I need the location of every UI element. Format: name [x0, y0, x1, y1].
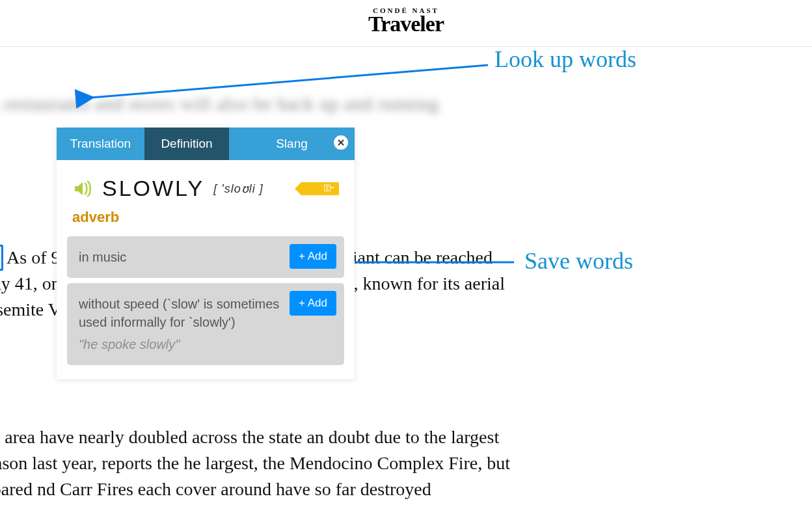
- add-button[interactable]: + Add: [290, 291, 336, 316]
- tab-definition[interactable]: Definition: [144, 128, 229, 160]
- popup-tabs: Translation Definition Slang: [57, 128, 355, 160]
- close-icon[interactable]: [334, 135, 348, 150]
- definition-item: without speed (`slow' is sometimes used …: [67, 283, 344, 365]
- annotation-arrow-lookup: [85, 62, 501, 107]
- svg-line-2: [91, 65, 488, 98]
- article-text: astating the area have nearly doubled ac…: [0, 427, 515, 518]
- pronunciation: [ 'sloʊli ]: [213, 182, 263, 196]
- popup-body: in music + Add without speed (`slow' is …: [57, 236, 355, 379]
- add-button[interactable]: + Add: [290, 244, 336, 269]
- part-of-speech: adverb: [57, 209, 355, 231]
- definition-popup: Translation Definition Slang SLOWLY [ 's…: [57, 128, 355, 379]
- article-para-2: astating the area have nearly doubled ac…: [0, 424, 515, 518]
- headword: SLOWLY: [102, 176, 204, 201]
- definition-text: in music: [79, 250, 126, 264]
- definition-example: "he spoke slowly": [79, 335, 286, 353]
- tab-translation[interactable]: Translation: [57, 128, 144, 160]
- brand-title: Traveler: [368, 14, 444, 34]
- brand-lockup: CONDÉ NAST Traveler: [368, 7, 444, 34]
- annotation-lookup: Look up words: [494, 46, 636, 73]
- popup-header-row: SLOWLY [ 'sloʊli ] ⚿━: [57, 160, 355, 209]
- top-bar: CONDÉ NAST Traveler: [0, 0, 812, 47]
- speaker-icon[interactable]: [72, 178, 93, 199]
- definition-item: in music + Add: [67, 236, 344, 278]
- annotation-arrow-save: [332, 252, 527, 272]
- definition-text: without speed (`slow' is sometimes used …: [79, 297, 279, 329]
- popup-pointer: [52, 117, 64, 128]
- annotation-save: Save words: [524, 247, 633, 275]
- key-badge-icon[interactable]: ⚿━: [301, 182, 339, 195]
